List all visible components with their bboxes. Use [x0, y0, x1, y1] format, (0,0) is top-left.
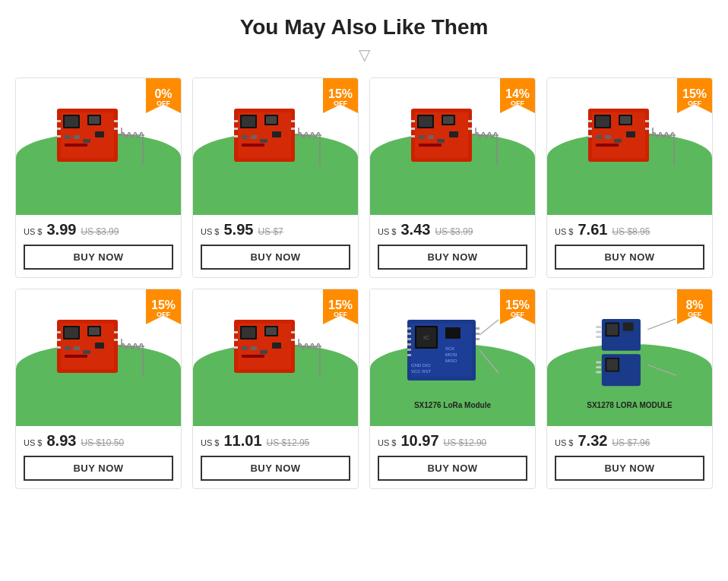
- product-image: [219, 305, 333, 411]
- svg-rect-63: [596, 135, 602, 139]
- svg-text:MISO: MISO: [445, 358, 457, 363]
- discount-badge: 14% OFF: [500, 78, 535, 113]
- svg-rect-72: [645, 128, 649, 130]
- discount-badge: 0% OFF: [146, 78, 181, 113]
- svg-rect-27: [260, 139, 267, 143]
- svg-rect-9: [95, 131, 104, 137]
- product-image: [219, 93, 333, 200]
- svg-rect-142: [606, 359, 618, 371]
- buy-now-button[interactable]: BUY NOW: [24, 456, 173, 481]
- price-current: 7.61: [578, 221, 607, 238]
- product-info: US $ 3.43 US $3.99 BUY NOW: [370, 215, 535, 277]
- svg-rect-53: [468, 128, 472, 130]
- svg-text:MOSI: MOSI: [445, 352, 457, 357]
- svg-rect-8: [83, 139, 90, 143]
- price-original: US $3.99: [81, 226, 119, 237]
- svg-rect-84: [83, 350, 90, 354]
- svg-rect-98: [242, 327, 255, 338]
- buy-now-button[interactable]: BUY NOW: [378, 456, 527, 481]
- badge-percent: 14%: [505, 88, 530, 100]
- price-original: US $7: [258, 226, 283, 237]
- svg-rect-11: [57, 120, 61, 122]
- product-card-5: 15% OFF: [15, 289, 182, 489]
- buy-now-button[interactable]: BUY NOW: [201, 245, 350, 270]
- badge-off: OFF: [688, 311, 701, 318]
- svg-rect-120: [407, 327, 411, 330]
- product-card-2: 15% OFF: [192, 77, 359, 278]
- svg-rect-13: [57, 135, 61, 137]
- product-card-8: 8% OFF SX1278 LORA MODULE US $: [546, 289, 713, 489]
- price-current: 8.93: [46, 432, 76, 450]
- product-image: [42, 305, 156, 411]
- badge-percent: 15%: [328, 299, 353, 311]
- svg-rect-148: [596, 362, 601, 364]
- product-info: US $ 7.61 US $8.95 BUY NOW: [547, 215, 712, 277]
- product-image-container: 15% OFF: [193, 78, 358, 215]
- svg-rect-106: [234, 331, 238, 333]
- buy-now-button[interactable]: BUY NOW: [555, 245, 704, 270]
- svg-rect-107: [234, 339, 238, 341]
- badge-percent: 15%: [151, 299, 176, 311]
- badge-off: OFF: [334, 311, 347, 318]
- price-original: US $12.95: [267, 437, 310, 448]
- svg-rect-145: [596, 326, 601, 328]
- svg-rect-79: [65, 327, 78, 338]
- price-current: 3.43: [400, 221, 430, 238]
- svg-rect-89: [57, 346, 61, 349]
- badge-off: OFF: [511, 100, 524, 107]
- discount-badge: 15% OFF: [323, 78, 358, 113]
- price-row: US $ 7.32 US $7.96: [555, 432, 704, 450]
- currency-label: US $: [378, 438, 396, 447]
- price-row: US $ 11.01 US $12.95: [201, 432, 350, 450]
- svg-rect-69: [588, 128, 592, 130]
- currency-label: US $: [24, 227, 42, 236]
- price-original: US $3.99: [435, 226, 473, 237]
- discount-badge: 15% OFF: [146, 289, 181, 324]
- buy-now-button[interactable]: BUY NOW: [555, 456, 704, 481]
- price-original: US $10.50: [81, 437, 124, 448]
- svg-rect-70: [588, 135, 592, 137]
- price-current: 3.99: [46, 221, 76, 238]
- product-card-3: 14% OFF: [369, 77, 536, 278]
- product-card-7: 15% OFF IC GND DIO VCC RST SCK MOSI MISO: [369, 289, 536, 489]
- svg-rect-71: [645, 120, 649, 122]
- svg-rect-149: [596, 366, 601, 368]
- price-original: US $7.96: [612, 437, 650, 448]
- price-original: US $12.90: [444, 437, 487, 448]
- svg-rect-128: [476, 338, 480, 340]
- svg-rect-6: [65, 135, 71, 139]
- product-info: US $ 11.01 US $12.95 BUY NOW: [193, 426, 358, 488]
- product-image-container: 15% OFF IC GND DIO VCC RST SCK MOSI MISO: [370, 289, 535, 426]
- buy-now-button[interactable]: BUY NOW: [24, 245, 173, 270]
- svg-rect-33: [291, 120, 295, 122]
- svg-rect-109: [291, 331, 295, 333]
- currency-label: US $: [555, 227, 573, 236]
- svg-rect-139: [622, 323, 633, 331]
- currency-label: US $: [378, 227, 396, 236]
- section-title: You May Also Like Them: [15, 15, 713, 39]
- svg-rect-100: [266, 327, 277, 335]
- badge-percent: 15%: [328, 88, 353, 100]
- svg-rect-146: [596, 331, 601, 333]
- price-row: US $ 5.95 US $7: [201, 221, 350, 238]
- svg-rect-24: [266, 116, 277, 124]
- badge-percent: 15%: [505, 299, 530, 311]
- buy-now-button[interactable]: BUY NOW: [201, 456, 350, 481]
- product-image-container: 14% OFF: [370, 78, 535, 215]
- products-grid: 0% OFF: [15, 77, 713, 489]
- buy-now-button[interactable]: BUY NOW: [378, 245, 527, 270]
- svg-rect-82: [65, 346, 71, 350]
- product-info: US $ 10.97 US $12.90 BUY NOW: [370, 426, 535, 488]
- currency-label: US $: [555, 438, 573, 447]
- price-row: US $ 3.43 US $3.99: [378, 221, 527, 238]
- svg-rect-50: [411, 128, 415, 130]
- svg-rect-66: [626, 131, 635, 137]
- price-row: US $ 3.99 US $3.99: [24, 221, 173, 238]
- product-image-container: 15% OFF: [547, 78, 712, 215]
- svg-rect-121: [407, 333, 411, 335]
- svg-rect-138: [606, 324, 618, 335]
- svg-rect-108: [234, 346, 238, 349]
- price-current: 5.95: [223, 221, 253, 238]
- svg-rect-28: [272, 131, 281, 137]
- svg-rect-101: [242, 346, 248, 350]
